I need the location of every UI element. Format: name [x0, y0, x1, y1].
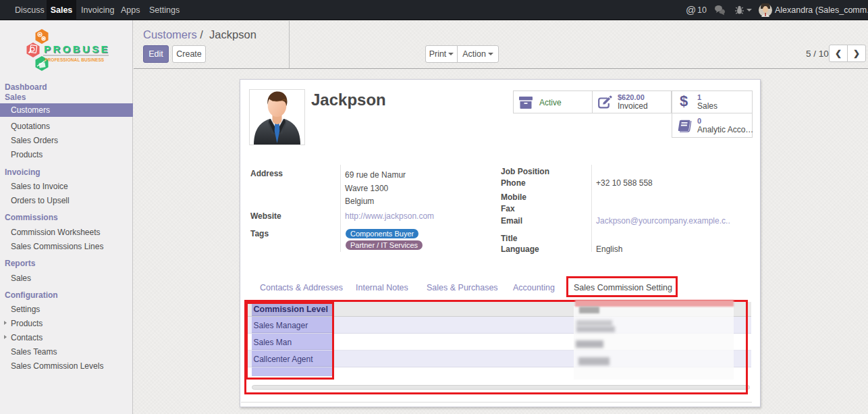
- svg-text:PROBUSE: PROBUSE: [44, 43, 110, 55]
- svg-text:PROFESSIONAL BUSINESS: PROFESSIONAL BUSINESS: [45, 57, 105, 62]
